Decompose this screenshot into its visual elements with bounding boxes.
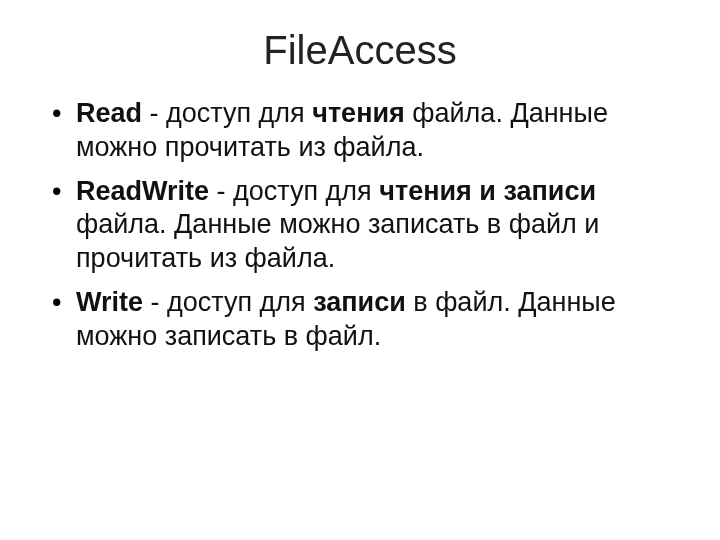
list-item: Write - доступ для записи в файл. Данные… xyxy=(48,286,672,354)
term: Write xyxy=(76,287,143,317)
text-pre: - доступ для xyxy=(142,98,312,128)
slide-title: FileAccess xyxy=(48,28,672,73)
text-post: файла. Данные можно записать в файл и пр… xyxy=(76,209,599,273)
term: ReadWrite xyxy=(76,176,209,206)
text-emph: записи xyxy=(313,287,406,317)
text-emph: чтения и записи xyxy=(379,176,596,206)
text-emph: чтения xyxy=(312,98,405,128)
slide: FileAccess Read - доступ для чтения файл… xyxy=(0,0,720,540)
text-pre: - доступ для xyxy=(209,176,379,206)
list-item: Read - доступ для чтения файла. Данные м… xyxy=(48,97,672,165)
text-pre: - доступ для xyxy=(143,287,313,317)
bullet-list: Read - доступ для чтения файла. Данные м… xyxy=(48,97,672,353)
term: Read xyxy=(76,98,142,128)
list-item: ReadWrite - доступ для чтения и записи ф… xyxy=(48,175,672,276)
